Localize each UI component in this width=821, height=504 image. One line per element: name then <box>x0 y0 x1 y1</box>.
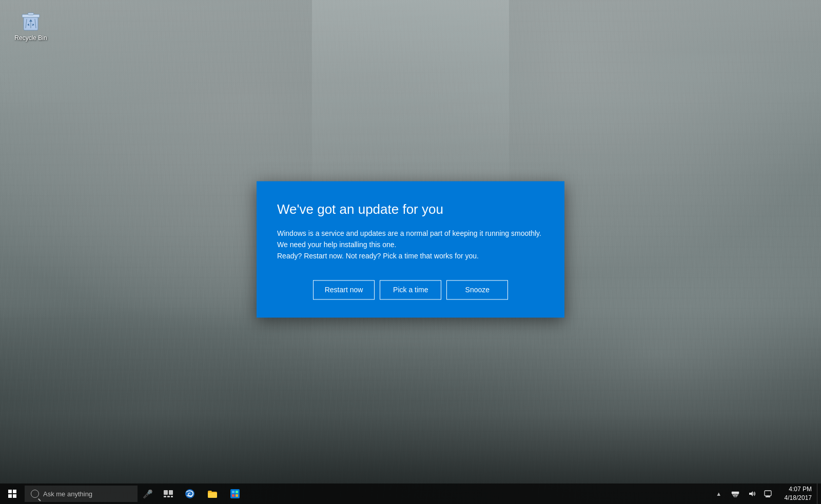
svg-rect-19 <box>732 492 739 494</box>
network-icon <box>731 490 739 498</box>
desktop: Recycle Bin We've got an update for you … <box>0 0 821 504</box>
edge-icon <box>184 488 196 499</box>
svg-rect-13 <box>232 491 234 493</box>
svg-rect-10 <box>171 496 173 497</box>
svg-rect-14 <box>236 491 238 493</box>
svg-rect-7 <box>169 490 173 495</box>
search-icon <box>31 490 39 498</box>
search-placeholder: Ask me anything <box>43 490 92 498</box>
cortana-icon: 🎤 <box>143 489 153 499</box>
volume-icon <box>748 490 756 498</box>
volume-tray-icon[interactable] <box>745 483 759 504</box>
system-tray: ▲ <box>708 483 779 504</box>
svg-rect-6 <box>164 490 168 495</box>
folder-icon <box>207 488 218 499</box>
taskbar: Ask me anything 🎤 <box>0 483 821 504</box>
file-explorer-taskbar-app[interactable] <box>201 483 224 504</box>
store-icon <box>229 488 241 499</box>
search-bar[interactable]: Ask me anything <box>25 486 138 502</box>
taskbar-apps <box>179 483 708 504</box>
svg-rect-9 <box>167 496 170 497</box>
dialog-body-text: Windows is a service and updates are a n… <box>277 229 541 260</box>
recycle-bin-image <box>18 8 43 32</box>
svg-rect-15 <box>232 494 234 497</box>
chevron-up-icon: ▲ <box>716 491 721 497</box>
start-button[interactable] <box>0 483 25 504</box>
edge-taskbar-app[interactable] <box>179 483 201 504</box>
show-desktop-button[interactable] <box>817 483 821 504</box>
recycle-bin-label: Recycle Bin <box>14 34 47 42</box>
pick-a-time-button[interactable]: Pick a time <box>380 280 441 299</box>
windows-logo-icon <box>8 490 16 498</box>
background-bottom-shadow <box>0 307 821 483</box>
dialog-title: We've got an update for you <box>277 201 544 217</box>
restart-now-button[interactable]: Restart now <box>313 280 375 299</box>
clock-time: 4:07 PM <box>789 485 812 494</box>
store-taskbar-app[interactable] <box>224 483 246 504</box>
recycle-bin-icon[interactable]: Recycle Bin <box>10 8 51 42</box>
svg-rect-22 <box>766 496 770 497</box>
cortana-voice-button[interactable]: 🎤 <box>138 483 158 504</box>
svg-rect-12 <box>230 489 240 498</box>
task-view-icon <box>164 490 173 497</box>
dialog-buttons: Restart now Pick a time Snooze <box>277 280 544 299</box>
update-dialog: We've got an update for you Windows is a… <box>257 181 564 317</box>
svg-marker-20 <box>749 491 753 496</box>
system-clock[interactable]: 4:07 PM 4/18/2017 <box>779 483 817 504</box>
svg-rect-2 <box>28 13 34 15</box>
snooze-button[interactable]: Snooze <box>446 280 508 299</box>
show-hidden-icons-button[interactable]: ▲ <box>712 483 726 504</box>
clock-date: 4/18/2017 <box>785 494 812 502</box>
task-view-button[interactable] <box>158 483 179 504</box>
svg-rect-16 <box>236 494 238 497</box>
svg-rect-21 <box>765 491 771 496</box>
action-center-icon <box>764 490 772 498</box>
dialog-body: Windows is a service and updates are a n… <box>277 228 544 262</box>
svg-rect-8 <box>164 496 166 497</box>
network-tray-icon[interactable] <box>728 483 742 504</box>
action-center-tray-icon[interactable] <box>761 483 775 504</box>
